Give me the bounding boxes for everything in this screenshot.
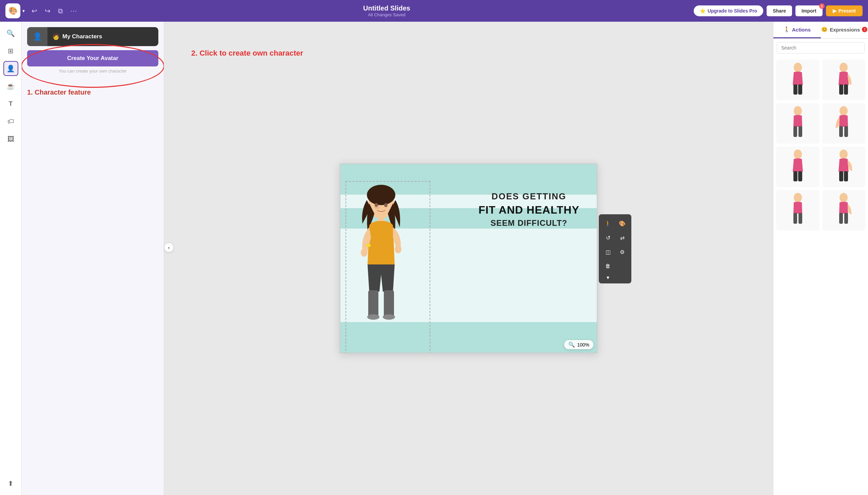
svg-point-11 [383,314,395,320]
panel-top: 👤 🧑 My Characters Create Your Avatar You… [22,22,164,82]
svg-rect-8 [368,290,378,317]
svg-point-16 [839,63,848,72]
tb-palette-icon[interactable]: 🎨 [616,217,629,230]
top-actions: ↩ ↪ ⧉ ⋯ [29,5,80,16]
list-item[interactable] [822,190,866,231]
upload-icon: ⬆ [8,479,14,488]
svg-rect-20 [794,126,797,137]
tb-replay-icon[interactable]: ↺ [601,231,614,244]
undo-button[interactable]: ↩ [29,5,40,16]
svg-rect-21 [799,126,802,137]
svg-point-7 [395,245,402,253]
tb-exchange-icon[interactable]: ⇄ [616,231,629,244]
more-button[interactable]: ⋯ [67,5,80,16]
list-item[interactable] [822,147,866,187]
slide-saved: All Changes Saved [84,12,690,17]
sidebar-item-coffee[interactable]: ☕ [3,79,18,93]
svg-point-10 [367,314,379,320]
topbar: 🎨 ▾ ↩ ↪ ⧉ ⋯ Untitled Slides All Changes … [0,0,868,22]
text-icon: T [9,100,13,107]
expressions-icon: 😊 [821,27,828,33]
my-chars-header: 👤 🧑 My Characters [27,27,158,46]
list-item[interactable] [822,103,866,144]
svg-point-4 [374,206,380,209]
logo-chevron[interactable]: ▾ [22,8,25,14]
svg-rect-26 [794,171,798,182]
upgrade-button[interactable]: ⭐ Upgrade to Slides Pro [694,5,763,16]
svg-rect-9 [384,290,394,317]
right-sidebar: 🚶 Actions 😊 Expressions ! [773,22,868,495]
sidebar-item-search[interactable]: 🔍 [3,26,18,41]
svg-point-6 [361,249,368,257]
list-item[interactable] [776,60,819,100]
star-icon: ⭐ [700,8,705,14]
sidebar-item-layouts[interactable]: ⊞ [3,44,18,58]
main-canvas-area: 2. Click to create own character ▴ ▾ + ⧉… [164,22,773,495]
character-image [347,183,429,353]
tb-layers-icon[interactable]: ◫ [601,245,614,258]
person-icon-2: 🧑 [52,33,60,40]
slide-title: Untitled Slides [84,4,690,12]
tb-settings-icon[interactable]: ⚙ [616,245,629,258]
svg-rect-17 [839,84,843,95]
slide-container: ▴ ▾ + ⧉ 🗑 Animate DOES GETTING FIT AND H… [340,164,597,353]
expressions-badge: ! [862,27,867,32]
characters-panel: 👤 🧑 My Characters Create Your Avatar You… [22,22,164,495]
slide[interactable]: DOES GETTING FIT AND HEALTHY SEEM DIFFIC… [340,164,597,353]
svg-rect-15 [798,84,802,95]
redo-button[interactable]: ↪ [42,5,53,16]
svg-rect-12 [367,244,371,247]
slide-title-area: Untitled Slides All Changes Saved [84,4,690,17]
badge-icon: 🏷 [7,118,14,125]
svg-rect-29 [839,171,843,182]
search-input[interactable] [777,42,865,54]
person-icon: 👤 [33,32,42,41]
coffee-icon: ☕ [6,82,15,90]
slide-text-line1: DOES GETTING [471,191,586,202]
char-feature-section: 1. Character feature [22,82,164,103]
my-chars-icon-tab[interactable]: 👤 [27,27,48,46]
create-avatar-button[interactable]: Create Your Avatar [27,50,158,66]
my-chars-label: 🧑 My Characters [48,33,158,40]
present-button[interactable]: ▶ Present [826,5,863,16]
svg-rect-27 [798,171,802,182]
list-item[interactable] [776,190,819,231]
toolbar-popup: 🚶 🎨 ↺ ⇄ ◫ ⚙ 🗑 ▾ [599,214,631,284]
svg-rect-23 [839,126,843,137]
svg-rect-14 [794,84,798,95]
actions-icon: 🚶 [784,27,790,33]
character-svg [347,183,415,346]
svg-point-13 [794,63,802,72]
app-logo[interactable]: 🎨 [5,3,20,18]
sidebar-item-text[interactable]: T [3,96,18,111]
sidebar-item-characters[interactable]: 👤 [3,61,18,76]
tab-actions[interactable]: 🚶 Actions [773,22,821,38]
list-item[interactable] [822,60,866,100]
logo-area: 🎨 ▾ [5,3,25,18]
svg-rect-32 [794,213,797,224]
list-item[interactable] [776,147,819,187]
tb-walk-icon[interactable]: 🚶 [601,217,614,230]
sidebar-item-badge[interactable]: 🏷 [3,114,18,129]
collapse-panel-button[interactable]: ‹ [164,243,174,252]
zoom-bar: 🔍 100% [564,340,593,349]
tb-chevron-down[interactable]: ▾ [601,274,614,281]
char-feature-title: 1. Character feature [27,88,158,96]
svg-point-19 [794,106,802,116]
import-badge: 3 [819,3,824,9]
tab-expressions[interactable]: 😊 Expressions ! [821,22,868,38]
tb-trash-icon[interactable]: 🗑 [601,260,614,273]
svg-point-31 [794,193,802,202]
svg-rect-36 [844,213,848,224]
list-item[interactable] [776,103,819,144]
sidebar-item-image[interactable]: 🖼 [3,132,18,147]
svg-point-22 [839,106,848,116]
annotation-text: 2. Click to create own character [191,49,303,58]
import-button[interactable]: Import 3 [796,5,822,16]
image-icon: 🖼 [7,135,14,143]
sidebar-item-upload[interactable]: ⬆ [3,476,18,491]
duplicate-button[interactable]: ⧉ [55,6,65,16]
share-button[interactable]: Share [767,5,792,16]
right-sidebar-header: 🚶 Actions 😊 Expressions ! [773,22,868,39]
zoom-icon[interactable]: 🔍 [568,341,575,348]
